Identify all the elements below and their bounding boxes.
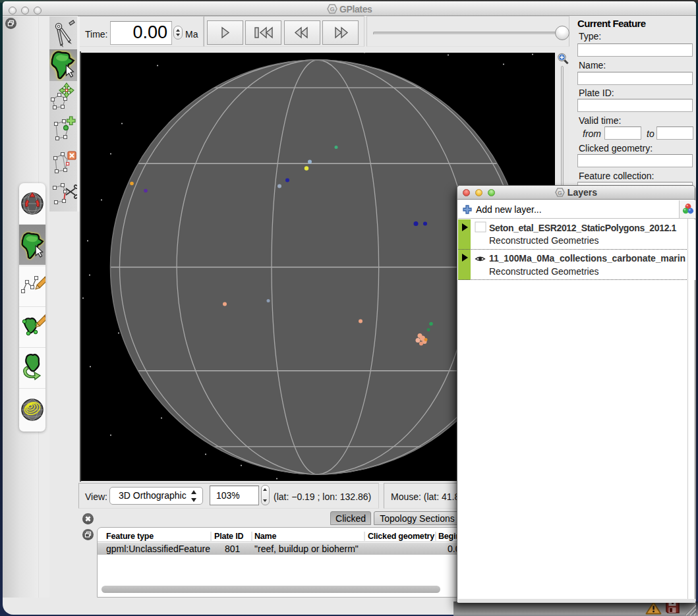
svg-text:G: G [330,6,334,13]
svg-text:G: G [558,190,562,196]
